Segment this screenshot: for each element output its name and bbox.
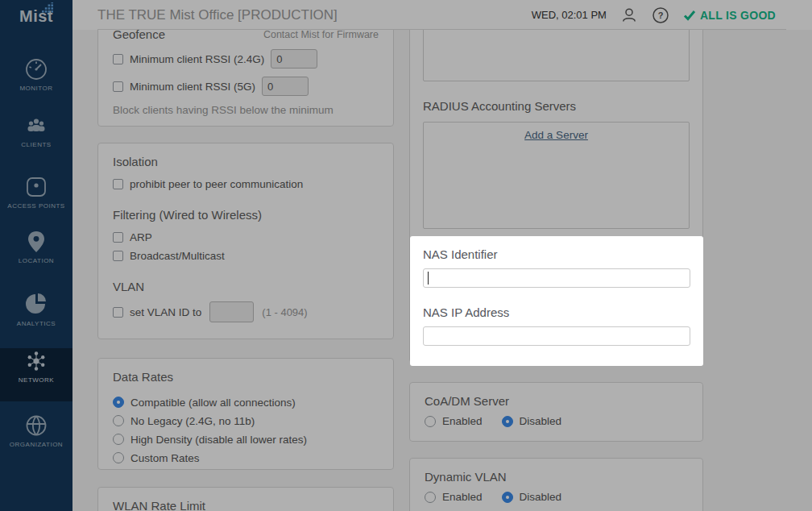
- sidebar-item-monitor[interactable]: MONITOR: [0, 56, 72, 110]
- vlan-label: set VLAN ID to: [130, 306, 201, 318]
- min-rssi-24g-row: Minimum client RSSI (2.4G): [113, 49, 379, 69]
- network-hub-icon: [23, 348, 49, 374]
- sidebar-item-access-points[interactable]: ACCESS POINTS: [0, 174, 72, 227]
- broadcast-row: Broadcast/Multicast: [113, 250, 379, 262]
- mist-logo-dots-icon: [42, 2, 53, 14]
- broadcast-label: Broadcast/Multicast: [130, 250, 225, 262]
- status-text: ALL IS GOOD: [700, 9, 776, 22]
- header-right-group: WED, 02:01 PM ? ALL IS GOOD: [532, 0, 776, 30]
- coa-disabled-label: Disabled: [520, 415, 562, 427]
- access-point-icon: [23, 174, 49, 200]
- rate-option-row: No Legacy (2.4G, no 11b): [113, 413, 379, 429]
- svg-text:?: ?: [658, 10, 664, 20]
- arp-row: ARP: [113, 231, 379, 243]
- nas-ip-input[interactable]: [423, 326, 690, 346]
- map-pin-icon: [23, 229, 49, 255]
- sidebar-item-network[interactable]: NETWORK: [0, 348, 72, 401]
- rate-option-row: Compatible (allow all connections): [113, 394, 379, 410]
- app-window: Mist MONITOR: [0, 0, 812, 511]
- filtering-title: Filtering (Wired to Wireless): [113, 208, 379, 222]
- sidebar-item-label: ORGANIZATION: [0, 441, 72, 448]
- arp-checkbox[interactable]: [113, 232, 123, 243]
- compatible-radio[interactable]: [113, 397, 124, 408]
- data-rates-title: Data Rates: [113, 370, 379, 384]
- sidebar: Mist MONITOR: [0, 0, 72, 511]
- sidebar-item-location[interactable]: LOCATION: [0, 229, 72, 282]
- sidebar-item-label: LOCATION: [0, 257, 72, 264]
- dynamic-vlan-title: Dynamic VLAN: [425, 470, 688, 484]
- min-rssi-5g-label: Minimum client RSSI (5G): [130, 81, 255, 93]
- coa-dm-card: CoA/DM Server Enabled Disabled: [409, 382, 703, 442]
- min-rssi-24g-input[interactable]: [271, 49, 317, 69]
- isolation-title: Isolation: [113, 155, 379, 168]
- peer-isolation-label: prohibit peer to peer communication: [130, 178, 303, 190]
- status-badge[interactable]: ALL IS GOOD: [683, 9, 776, 22]
- coa-enabled-radio[interactable]: [425, 416, 436, 427]
- nas-identifier-input[interactable]: [423, 268, 690, 288]
- vlan-checkbox[interactable]: [113, 307, 123, 318]
- custom-rates-radio[interactable]: [113, 452, 124, 463]
- people-icon: [23, 113, 49, 139]
- coa-enabled-label: Enabled: [442, 415, 483, 427]
- isolation-card: Isolation prohibit peer to peer communic…: [97, 143, 394, 339]
- compatible-label: Compatible (allow all connections): [130, 397, 296, 409]
- radius-accounting-server-list: Add a Server: [423, 122, 690, 229]
- question-icon[interactable]: ?: [652, 6, 669, 24]
- vlan-title: VLAN: [113, 280, 379, 293]
- sidebar-item-label: CLIENTS: [0, 141, 72, 148]
- peer-isolation-row: prohibit peer to peer communication: [113, 178, 379, 190]
- coa-dm-options-row: Enabled Disabled: [425, 415, 688, 427]
- dynamic-vlan-options-row: Enabled Disabled: [425, 491, 688, 503]
- min-rssi-5g-checkbox[interactable]: [113, 81, 123, 92]
- person-icon[interactable]: [620, 6, 638, 24]
- no-legacy-radio[interactable]: [113, 415, 124, 426]
- min-rssi-5g-row: Minimum client RSSI (5G): [113, 77, 379, 96]
- datetime-label: WED, 02:01 PM: [532, 9, 607, 21]
- coa-disabled-radio[interactable]: [502, 416, 513, 427]
- dvlan-enabled-radio[interactable]: [425, 492, 436, 503]
- high-density-radio[interactable]: [113, 434, 124, 445]
- dvlan-enabled-label: Enabled: [442, 491, 483, 503]
- data-rates-card: Data Rates Compatible (allow all connect…: [97, 358, 394, 470]
- min-rssi-5g-input[interactable]: [262, 77, 309, 96]
- nas-ip-label: NAS IP Address: [423, 305, 690, 319]
- add-server-link[interactable]: Add a Server: [524, 129, 588, 141]
- broadcast-checkbox[interactable]: [113, 251, 123, 261]
- contact-mist-firmware-link[interactable]: Contact Mist for Firmware: [263, 30, 379, 40]
- sidebar-item-label: ANALYTICS: [0, 320, 72, 327]
- rate-option-row: High Density (disable all lower rates): [113, 431, 379, 447]
- checkmark-icon: [683, 10, 696, 21]
- radius-auth-server-list: [423, 30, 690, 81]
- no-legacy-label: No Legacy (2.4G, no 11b): [130, 415, 255, 427]
- nas-spotlight-card: NAS Identifier NAS IP Address: [410, 236, 703, 366]
- custom-rates-label: Custom Rates: [130, 452, 200, 464]
- dvlan-disabled-label: Disabled: [520, 491, 562, 503]
- min-rssi-24g-checkbox[interactable]: [113, 54, 123, 64]
- peer-isolation-checkbox[interactable]: [113, 179, 123, 189]
- geofence-card: Geofence Contact Mist for Firmware Minim…: [97, 30, 394, 127]
- gauge-icon: [23, 56, 49, 82]
- geofence-title: Geofence: [113, 30, 165, 41]
- sidebar-item-clients[interactable]: CLIENTS: [0, 113, 72, 166]
- arp-label: ARP: [130, 231, 152, 243]
- wlan-rate-limit-title: WLAN Rate Limit: [113, 499, 379, 511]
- sidebar-item-label: MONITOR: [0, 85, 72, 92]
- sidebar-item-label: NETWORK: [0, 376, 72, 384]
- coa-dm-title: CoA/DM Server: [425, 394, 688, 408]
- vlan-id-input[interactable]: [209, 301, 254, 322]
- geofence-hint: Block clients having RSSI below the mini…: [113, 104, 379, 116]
- mist-logo[interactable]: Mist: [0, 8, 72, 25]
- vlan-row: set VLAN ID to (1 - 4094): [113, 301, 379, 322]
- nas-identifier-label: NAS Identifier: [423, 247, 690, 261]
- min-rssi-24g-label: Minimum client RSSI (2.4G): [130, 53, 264, 65]
- sidebar-item-label: ACCESS POINTS: [0, 202, 72, 210]
- top-header: THE TRUE Mist Office [PRODUCTION] WED, 0…: [72, 0, 812, 30]
- sidebar-item-organization[interactable]: ORGANIZATION: [0, 413, 72, 466]
- high-density-label: High Density (disable all lower rates): [130, 434, 307, 446]
- wlan-rate-limit-card: WLAN Rate Limit: [97, 487, 394, 511]
- sidebar-item-analytics[interactable]: ANALYTICS: [0, 292, 72, 345]
- dvlan-disabled-radio[interactable]: [502, 492, 513, 503]
- page-title: THE TRUE Mist Office [PRODUCTION]: [97, 7, 338, 23]
- globe-icon: [23, 413, 49, 438]
- text-caret: [428, 272, 429, 285]
